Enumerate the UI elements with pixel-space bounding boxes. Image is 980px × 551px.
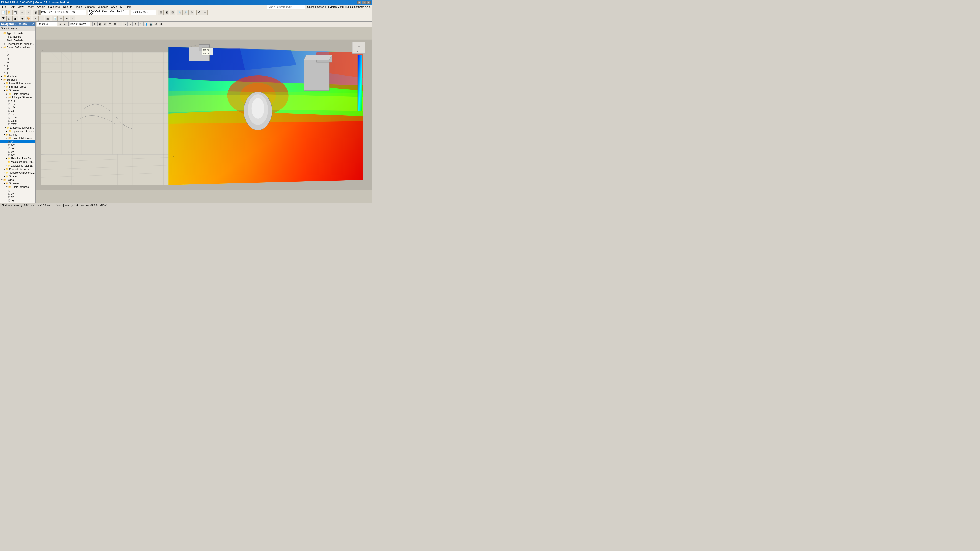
tree-item-phi-z[interactable]: ·φz	[0, 71, 35, 74]
tree-radio-tau-max[interactable]	[8, 123, 10, 125]
result-diagram-button[interactable]: 📊	[52, 16, 58, 21]
tree-item-phi-x[interactable]: ·φx	[0, 64, 35, 67]
tree-item-eps-yy-p[interactable]: εyy+	[0, 143, 35, 147]
vp-btn-7[interactable]: ∿	[123, 22, 127, 26]
tree-item-sigma-2m[interactable]: σ2,m	[0, 119, 35, 122]
tree-item-sigma-1m[interactable]: σ1,m	[0, 116, 35, 119]
member-button[interactable]: —	[39, 16, 45, 21]
combo-loadcase[interactable]: CO2: LC1 + LC2 + LC3 + LC4	[40, 10, 86, 15]
tree-item-sigma-2-p[interactable]: σ2+	[0, 106, 35, 109]
tree-item-global-deformations[interactable]: ▼📂Global Deformations	[0, 46, 35, 49]
tree-radio-sigma-2-p[interactable]	[8, 106, 10, 109]
tree-item-equiv-stresses[interactable]: ►📁Equivalent Stresses	[0, 129, 35, 133]
tree-radio-eps-yy-m[interactable]	[8, 154, 10, 156]
tree-radio-sigma-1-m[interactable]	[8, 103, 10, 105]
tree-item-bz[interactable]: σz	[0, 195, 35, 199]
tree-item-u[interactable]: ·u	[0, 49, 35, 53]
tree-expand-local-deformations[interactable]: ►	[3, 82, 6, 84]
tree-item-members[interactable]: ►📁Members	[0, 74, 35, 78]
tree-radio-txy[interactable]	[8, 200, 10, 202]
values-button[interactable]: #	[70, 16, 75, 21]
zoom-in-button[interactable]: 🔍	[177, 10, 183, 15]
tree-expand-global-deformations[interactable]: ▼	[0, 46, 3, 49]
render-button[interactable]: ◉	[20, 16, 25, 21]
vp-combo-objects[interactable]: Basic Objects	[70, 22, 90, 26]
tree-item-static-analysis[interactable]: ○Static Analysis	[0, 38, 35, 42]
vp-btn-8[interactable]: #	[128, 22, 133, 26]
tree-item-solids-basic-stresses[interactable]: ▼📂Basic Stresses	[0, 185, 35, 189]
menu-item-insert[interactable]: Insert	[25, 5, 35, 9]
tree-expand-principal-total-strains[interactable]: ►	[5, 157, 8, 160]
tree-item-principal-total-strains[interactable]: ►📁Principal Total Strains	[0, 157, 35, 160]
tree-expand-contact-stresses[interactable]: ►	[3, 168, 6, 170]
menu-item-window[interactable]: Window	[96, 5, 109, 9]
menu-item-tools[interactable]: Tools	[74, 5, 83, 9]
tree-radio-bz[interactable]	[8, 196, 10, 198]
tree-radio-eps-x-p[interactable]	[8, 141, 10, 143]
tree-item-uz[interactable]: ·uz	[0, 60, 35, 64]
vp-btn-14[interactable]: ⚙	[159, 22, 163, 26]
close-button[interactable]: ✕	[366, 0, 371, 4]
tree-radio-txz[interactable]	[8, 203, 10, 203]
tree-expand-members[interactable]: ►	[0, 75, 3, 77]
tree-expand-isotropic-char[interactable]: ►	[3, 171, 6, 174]
tree-radio-sigma-1m[interactable]	[8, 117, 10, 119]
tree-item-phi-y[interactable]: ·φy	[0, 67, 35, 71]
maximize-button[interactable]: □	[362, 0, 366, 4]
tree-radio-eps-xx-m[interactable]	[8, 148, 10, 149]
tree-item-shape[interactable]: ►📁Shape	[0, 175, 35, 178]
tree-item-strains[interactable]: ▼📂Strains	[0, 133, 35, 137]
tree-item-sigma-1-p[interactable]: σ1+	[0, 99, 35, 103]
menu-item-view[interactable]: View	[16, 5, 25, 9]
tree-expand-principal-stresses[interactable]: ▼	[6, 96, 8, 99]
print-button[interactable]: 🖨	[33, 10, 38, 15]
vp-btn-13[interactable]: 🖨	[154, 22, 158, 26]
tree-item-bx[interactable]: σx	[0, 189, 35, 192]
keyword-search-input[interactable]	[267, 5, 305, 9]
tree-item-tau-max[interactable]: τmax	[0, 122, 35, 126]
tree-expand-equiv-stresses[interactable]: ►	[6, 130, 8, 132]
tree-radio-tau-m[interactable]	[8, 113, 10, 115]
vp-btn-2[interactable]: ▣	[97, 22, 102, 26]
tree-item-sigma-1-m[interactable]: σ1-	[0, 103, 35, 106]
tree-expand-solids[interactable]: ▼	[0, 179, 3, 181]
minimize-button[interactable]: ─	[357, 0, 361, 4]
vp-btn-10[interactable]: ⌖	[138, 22, 143, 26]
tree-radio-sigma-2m[interactable]	[8, 120, 10, 122]
tree-item-basic-total-strains[interactable]: ▼📂Basic Total Strains	[0, 137, 35, 140]
tree-radio-eps-xy[interactable]	[8, 151, 10, 153]
tree-expand-solids-stresses[interactable]: ▼	[3, 182, 6, 185]
tree-radio-bx[interactable]	[8, 189, 10, 192]
tree-item-local-deformations[interactable]: ►📁Local Deformations	[0, 81, 35, 85]
zoom-out-button[interactable]: 🔎	[183, 10, 189, 15]
tree-expand-elastic-stress[interactable]: ►	[5, 126, 6, 129]
tree-expand-internal-forces[interactable]: ►	[3, 86, 6, 88]
vp-combo-display[interactable]: Structure	[37, 22, 57, 26]
canvas-area[interactable]: Structure ◄ ► Basic Objects ⊞ ▣ ✕ ⊡ ⊠ ⊹ …	[36, 22, 372, 203]
menu-item-calculate[interactable]: Calculate	[47, 5, 62, 9]
vp-btn-3[interactable]: ✕	[103, 22, 107, 26]
menu-item-file[interactable]: File	[0, 5, 8, 9]
color-button[interactable]: 🎨	[25, 16, 31, 21]
vp-btn-4[interactable]: ⊡	[108, 22, 112, 26]
tree-expand-shape[interactable]: ►	[3, 175, 6, 178]
wireframe-button[interactable]: ⬚	[6, 16, 12, 21]
tree-item-elastic-stress[interactable]: ►📁Elastic Stress Components	[0, 126, 35, 129]
tree-item-internal-forces[interactable]: ►📁Internal Forces	[0, 85, 35, 89]
vp-btn-12[interactable]: 📷	[148, 22, 153, 26]
vp-btn-1[interactable]: ⊞	[92, 22, 97, 26]
tree-expand-strains[interactable]: ▼	[3, 133, 6, 136]
menu-item-options[interactable]: Options	[83, 5, 96, 9]
menu-item-cad-bim[interactable]: CAD-BIM	[109, 5, 124, 9]
tree-item-by[interactable]: σy	[0, 192, 35, 195]
tree-item-solids-stresses[interactable]: ▼📂Stresses	[0, 182, 35, 185]
tree-radio-eps-yy-p[interactable]	[8, 144, 10, 146]
tree-item-solids[interactable]: ▼📂Solids	[0, 178, 35, 182]
tree-item-txz[interactable]: τxz	[0, 202, 35, 203]
combo-result-type[interactable]: S:C: CO2 - LC1 + LC2 + LC3 + LC4	[88, 10, 129, 15]
vp-arrow-right[interactable]: ►	[63, 22, 67, 26]
tree-item-surfaces[interactable]: ▼📂Surfaces	[0, 78, 35, 81]
tree-item-diff-initial[interactable]: ○Differences to initial state	[0, 42, 35, 46]
menu-item-assign[interactable]: Assign	[35, 5, 47, 9]
menu-item-results[interactable]: Results	[62, 5, 74, 9]
